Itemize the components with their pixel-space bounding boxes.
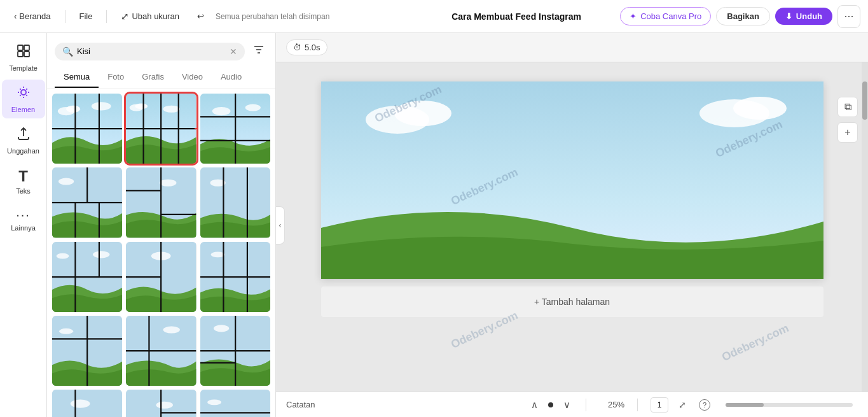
add-canvas-button[interactable]: + <box>837 122 858 143</box>
grid-item-1[interactable] <box>52 94 122 164</box>
slide-main: Odebery.com Odebery.com Odebery.com <box>321 81 823 279</box>
slide-container[interactable]: Odebery.com Odebery.com Odebery.com <box>321 81 823 279</box>
filter-button[interactable] <box>250 41 268 62</box>
svg-point-25 <box>245 104 260 111</box>
teks-label: Teks <box>16 187 31 195</box>
pro-button[interactable]: ✦ Coba Canva Pro <box>620 7 711 25</box>
svg-point-10 <box>66 106 80 113</box>
lainnya-icon: ··· <box>16 208 31 222</box>
svg-point-36 <box>160 180 176 187</box>
sidebar-item-template[interactable]: Template <box>2 38 45 77</box>
grid-container[interactable] <box>47 88 275 417</box>
teks-icon: T <box>18 167 28 185</box>
canvas-toolbar-right: ⧉ + <box>837 97 858 143</box>
grid-item-7[interactable] <box>52 242 122 312</box>
grid-item-5[interactable] <box>126 167 196 237</box>
chevron-left-icon: ‹ <box>14 11 17 21</box>
prev-slide-button[interactable]: ∧ <box>528 398 541 412</box>
more-options-button[interactable]: ··· <box>837 5 860 28</box>
star-icon: ✦ <box>630 11 637 21</box>
panel: 🔍 ✕ Semua Foto <box>47 33 276 417</box>
grid-item-14[interactable] <box>126 390 196 417</box>
horizontal-scrollbar[interactable] <box>726 403 853 407</box>
notes-label[interactable]: Catatan <box>286 400 315 409</box>
grid-item-2-selected[interactable] <box>126 94 196 164</box>
file-button[interactable]: File <box>73 8 99 25</box>
tab-semua[interactable]: Semua <box>55 67 99 88</box>
tab-grafis[interactable]: Grafis <box>133 67 173 88</box>
grid-item-4[interactable] <box>52 167 122 237</box>
grid-item-10[interactable] <box>52 316 122 386</box>
timer-badge[interactable]: ⏱ 5.0s <box>286 39 327 55</box>
fullscreen-button[interactable]: ⤢ <box>676 399 689 411</box>
file-label: File <box>79 11 93 21</box>
sidebar-item-teks[interactable]: T Teks <box>2 162 45 200</box>
sidebar-item-lainnya[interactable]: ··· Lainnya <box>2 202 45 237</box>
copy-canvas-button[interactable]: ⧉ <box>837 97 858 117</box>
search-input[interactable] <box>77 46 226 56</box>
svg-rect-0 <box>18 45 23 50</box>
share-button[interactable]: Bagikan <box>716 7 770 25</box>
canvas-scrollbar-thumb <box>862 81 867 120</box>
grid-item-6[interactable] <box>200 167 270 237</box>
svg-point-65 <box>163 327 180 334</box>
clock-icon: ⏱ <box>293 43 301 52</box>
sidebar-item-unggahan[interactable]: Unggahan <box>2 121 45 160</box>
grid-item-11[interactable] <box>126 316 196 386</box>
svg-point-18 <box>163 106 180 113</box>
svg-point-104 <box>733 97 787 120</box>
page-number-button[interactable]: 1 <box>651 397 668 413</box>
search-bar: 🔍 ✕ <box>47 33 275 67</box>
grid-3col <box>52 94 270 417</box>
tab-foto[interactable]: Foto <box>99 67 133 88</box>
fullscreen-icon: ⤢ <box>679 400 686 410</box>
download-button[interactable]: ⬇ Unduh <box>775 8 832 25</box>
grid-item-3[interactable] <box>200 94 270 164</box>
template-label: Template <box>9 64 38 72</box>
more-icon: ··· <box>844 10 854 23</box>
zoom-level: 25% <box>599 400 624 409</box>
canvas-scrollbar[interactable] <box>862 62 868 392</box>
canvas-area: ⏱ 5.0s <box>276 33 868 417</box>
resize-button[interactable]: ⤢ Ubah ukuran <box>114 7 185 26</box>
svg-point-61 <box>59 329 73 334</box>
next-slide-button[interactable]: ∨ <box>561 398 573 412</box>
sidebar-item-elemen[interactable]: Elemen <box>2 80 45 118</box>
bottom-divider <box>586 399 586 411</box>
below-canvas: Odebery.com Odebery.com <box>321 317 823 368</box>
undo-button[interactable]: ↩ <box>191 8 210 25</box>
grid-item-9[interactable] <box>200 242 270 312</box>
collapse-icon: ‹ <box>279 221 282 230</box>
bottom-bar: Catatan ∧ ∨ 25% 1 ⤢ ? <box>276 392 868 417</box>
add-page-button[interactable]: + Tambah halaman <box>321 286 823 317</box>
search-input-wrap[interactable]: 🔍 ✕ <box>55 43 245 60</box>
grid-item-13[interactable] <box>52 390 122 417</box>
home-button[interactable]: ‹ Beranda <box>8 8 57 25</box>
unggahan-label: Unggahan <box>7 147 39 155</box>
download-icon: ⬇ <box>785 11 792 21</box>
unggahan-icon <box>16 126 31 145</box>
document-title: Cara Membuat Feed Instagram <box>418 11 615 22</box>
copy-icon: ⧉ <box>844 101 851 113</box>
clear-search-icon[interactable]: ✕ <box>230 46 237 57</box>
grid-item-12[interactable] <box>200 316 270 386</box>
grid-item-15[interactable] <box>200 390 270 417</box>
tab-audio[interactable]: Audio <box>212 67 251 88</box>
grid-item-8[interactable] <box>126 242 196 312</box>
svg-rect-2 <box>18 52 23 57</box>
tab-video[interactable]: Video <box>173 67 212 88</box>
pro-label: Coba Canva Pro <box>640 11 701 21</box>
slide-dot-1[interactable] <box>548 402 553 407</box>
collapse-panel-button[interactable]: ‹ <box>276 206 285 244</box>
sidebar-icons: Template Elemen Unggahan T <box>0 33 47 417</box>
canvas-scroll-area[interactable]: Odebery.com Odebery.com Odebery.com + Ta… <box>276 62 868 392</box>
add-icon: + <box>844 127 850 138</box>
undo-icon: ↩ <box>197 11 204 21</box>
lainnya-label: Lainnya <box>11 224 36 232</box>
template-icon <box>16 43 31 62</box>
help-button[interactable]: ? <box>696 398 713 412</box>
page-number: 1 <box>658 400 662 409</box>
svg-point-24 <box>212 107 230 115</box>
horizontal-scrollbar-thumb <box>726 403 764 407</box>
chevron-down-icon: ∨ <box>563 399 570 411</box>
